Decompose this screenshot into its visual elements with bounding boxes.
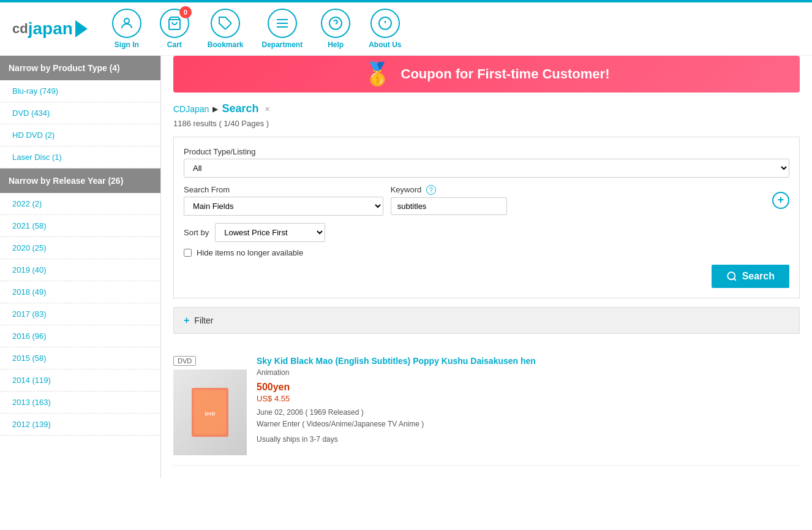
banner: 🥇 Coupon for First-time Customer! (173, 56, 800, 93)
logo-arrow-icon (75, 20, 88, 37)
main-layout: Narrow by Product Type (4) Blu-ray (749)… (0, 56, 812, 478)
product-type-select[interactable]: All Blu-ray DVD HD DVD Laser Disc (184, 159, 789, 178)
help-icon (321, 9, 350, 38)
sidebar-item-year-2014[interactable]: 2014 (119) (0, 369, 160, 392)
add-keyword-button[interactable]: + (772, 192, 789, 209)
sidebar-item-year-2019[interactable]: 2019 (40) (0, 259, 160, 281)
banner-medal-icon: 🥇 (364, 61, 391, 87)
nav-department[interactable]: Department (262, 9, 303, 49)
nav-about[interactable]: About Us (369, 9, 401, 49)
search-from-label: Search From (184, 185, 383, 194)
sidebar-item-dvd[interactable]: DVD (434) (0, 102, 160, 124)
cart-badge: 0 (179, 6, 192, 18)
sidebar-section-release-year[interactable]: Narrow by Release Year (26) (0, 168, 160, 193)
search-button-label: Search (742, 271, 775, 282)
breadcrumb-current: Search (222, 102, 258, 115)
filter-bar[interactable]: + Filter (173, 307, 800, 334)
logo-japan: japan (28, 19, 73, 39)
product-date: June 02, 2006 ( 1969 Released ) (257, 407, 800, 418)
product-type-label: Product Type/Listing (184, 147, 789, 156)
nav-help[interactable]: Help (321, 9, 350, 49)
product-info: Sky Kid Black Mao (English Subtitles) Po… (257, 356, 800, 455)
keyword-input-wrapper: Keyword ? (391, 185, 767, 215)
nav-cart[interactable]: 0 Cart (160, 9, 189, 49)
sidebar-item-year-2016[interactable]: 2016 (96) (0, 325, 160, 347)
sidebar-item-year-2022[interactable]: 2022 (2) (0, 193, 160, 215)
sort-row: Sort by Lowest Price First Highest Price… (184, 223, 789, 242)
about-label: About Us (369, 40, 401, 49)
logo-cd: cd (12, 21, 28, 37)
department-label: Department (262, 40, 303, 49)
search-form: Product Type/Listing All Blu-ray DVD HD … (173, 137, 800, 298)
sidebar-item-laserdisc[interactable]: Laser Disc (1) (0, 146, 160, 168)
nav-items: Sign In 0 Cart Bookmark Department (112, 9, 402, 49)
cart-label: Cart (167, 40, 182, 49)
product-type-row: Product Type/Listing All Blu-ray DVD HD … (184, 147, 789, 178)
about-icon (370, 9, 400, 38)
sidebar-item-year-2013[interactable]: 2013 (163) (0, 392, 160, 414)
bookmark-icon (211, 9, 240, 38)
svg-point-9 (727, 272, 735, 279)
filter-plus-icon: + (184, 315, 189, 326)
product-price-jpy: 500yen (257, 382, 800, 393)
sidebar-item-year-2020[interactable]: 2020 (25) (0, 237, 160, 259)
sidebar-item-bluray[interactable]: Blu-ray (749) (0, 80, 160, 102)
banner-text: Coupon for First-time Customer! (401, 66, 610, 82)
keyword-col: Keyword ? + (391, 185, 789, 215)
breadcrumb-close[interactable]: × (265, 104, 269, 114)
signin-label: Sign In (115, 40, 139, 49)
product-category: Animation (257, 368, 800, 377)
sidebar-item-year-2021[interactable]: 2021 (58) (0, 215, 160, 237)
hide-items-checkbox[interactable] (184, 249, 192, 257)
cart-icon: 0 (160, 9, 189, 38)
breadcrumb-home[interactable]: CDJapan (173, 104, 209, 114)
product-price-usd: US$ 4.55 (257, 394, 800, 403)
sidebar-item-year-2015[interactable]: 2015 (58) (0, 347, 160, 369)
keyword-help-icon[interactable]: ? (426, 185, 436, 195)
header: cdjapan Sign In 0 Cart Bookmark (0, 2, 812, 56)
svg-point-0 (124, 18, 129, 23)
help-label: Help (328, 40, 344, 49)
search-from-select[interactable]: Main Fields Title Artist (184, 197, 383, 216)
sidebar-section-product-type[interactable]: Narrow by Product Type (4) (0, 56, 160, 80)
search-from-keyword-row: Search From Main Fields Title Artist Key… (184, 185, 789, 216)
sidebar: Narrow by Product Type (4) Blu-ray (749)… (0, 56, 161, 478)
svg-text:DVD: DVD (205, 411, 216, 417)
sidebar-item-year-2018[interactable]: 2018 (49) (0, 281, 160, 303)
breadcrumb: CDJapan ▶ Search × (173, 102, 800, 115)
filter-label: Filter (194, 316, 213, 325)
search-icon (726, 271, 737, 282)
results-count: 1186 results ( 1/40 Pages ) (173, 119, 800, 128)
product-left: DVD DVD (173, 356, 247, 455)
product-thumb-icon: DVD (192, 388, 228, 437)
product-item: DVD DVD Sky Kid Black Mao (English Subti… (173, 346, 800, 466)
logo[interactable]: cdjapan (12, 19, 88, 39)
hide-items-row: Hide items no longer available (184, 248, 789, 257)
keyword-label: Keyword ? (391, 185, 767, 195)
keyword-input[interactable] (391, 197, 507, 215)
department-icon (268, 9, 297, 38)
breadcrumb-arrow-icon: ▶ (212, 105, 218, 113)
search-from-col: Search From Main Fields Title Artist (184, 185, 383, 216)
bookmark-label: Bookmark (208, 40, 244, 49)
nav-signin[interactable]: Sign In (112, 9, 141, 49)
search-btn-row: Search (184, 265, 789, 288)
sidebar-item-year-2017[interactable]: 2017 (83) (0, 303, 160, 325)
product-thumbnail[interactable]: DVD (173, 369, 247, 455)
sort-label: Sort by (184, 228, 209, 237)
content-area: 🥇 Coupon for First-time Customer! CDJapa… (161, 56, 812, 478)
product-badge: DVD (173, 356, 196, 366)
sort-select[interactable]: Lowest Price First Highest Price First N… (215, 223, 325, 242)
signin-icon (112, 9, 141, 38)
product-title[interactable]: Sky Kid Black Mao (English Subtitles) Po… (257, 356, 800, 366)
svg-line-10 (734, 278, 735, 280)
sidebar-item-year-2012[interactable]: 2012 (139) (0, 414, 160, 436)
product-publisher: Warner Enter ( Videos/Anime/Japanese TV … (257, 418, 800, 430)
search-button[interactable]: Search (712, 265, 789, 288)
nav-bookmark[interactable]: Bookmark (208, 9, 244, 49)
product-ships: Usually ships in 3-7 days (257, 434, 800, 445)
hide-items-label: Hide items no longer available (197, 248, 303, 257)
sidebar-item-hddvd[interactable]: HD DVD (2) (0, 124, 160, 146)
